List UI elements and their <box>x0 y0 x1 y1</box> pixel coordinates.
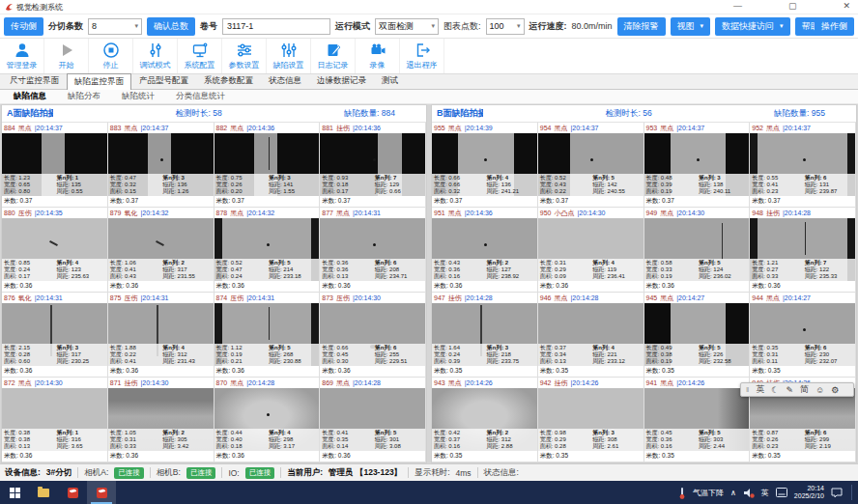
main-tab[interactable]: 缺陷监控界面 <box>67 73 131 90</box>
ime-grip[interactable]: ‖ <box>746 385 749 394</box>
volume-icon[interactable] <box>743 488 755 498</box>
toolbar-button[interactable]: 缺陷设置 <box>267 39 311 73</box>
sub-tab[interactable]: 缺陷统计 <box>122 91 155 102</box>
defect-time: |20:14:36 <box>465 210 493 216</box>
ime-simplified-toggle[interactable]: 简 <box>800 383 809 396</box>
toolbar-button[interactable]: 停止 <box>89 39 133 73</box>
defect-cell[interactable]: 884 黑点 |20:14:37 长度: 1.23 宽度: 0.65 面积: 0… <box>2 123 108 208</box>
clock[interactable]: 20:14 2025/2/10 <box>794 485 824 500</box>
defect-cell[interactable]: 943 黑点 |20:14:26 长度: 0.42 宽度: 0.37 面积: 0… <box>432 378 538 462</box>
quick-access-menu-button[interactable]: 数据快捷访问▾ <box>715 17 790 36</box>
ime-pen-icon[interactable]: ✎ <box>786 385 793 395</box>
defect-cell[interactable]: 953 黑点 |20:14:37 长度: 0.48 宽度: 0.39 面积: 0… <box>644 123 751 208</box>
main-tab[interactable]: 测试 <box>374 72 406 89</box>
defect-cell[interactable]: 881 挂伤 |20:14:36 长度: 0.93 宽度: 0.18 面积: 0… <box>320 123 426 208</box>
defect-meter: 米数: 0.36 <box>432 281 537 292</box>
defect-cell[interactable]: 877 黑点 |20:14:31 长度: 0.36 宽度: 0.36 面积: 0… <box>320 208 426 293</box>
slit-count-select[interactable]: 8▾ <box>88 18 142 35</box>
defect-circumference: 周距: 231.55 <box>162 273 211 280</box>
defect-cell[interactable]: 947 挂伤 |20:14:28 长度: 1.64 宽度: 0.24 面积: 0… <box>432 293 538 378</box>
minimize-button[interactable]: — <box>733 1 742 11</box>
defect-area: 面积: 0.32 <box>434 188 486 195</box>
weather-text[interactable]: 气温下降 <box>693 488 724 498</box>
defect-cell[interactable]: 946 黑点 |20:14:28 长度: 0.37 宽度: 0.34 面积: 0… <box>538 293 644 378</box>
defect-cell[interactable]: 944 黑点 |20:14:27 长度: 0.35 宽度: 0.31 面积: 0… <box>750 293 856 378</box>
main-tab[interactable]: 状态信息 <box>261 72 309 89</box>
defect-cell[interactable]: 880 压伤 |20:14:35 长度: 0.85 宽度: 0.24 面积: 0… <box>2 208 108 293</box>
defect-cell[interactable]: 951 黑点 |20:14:36 长度: 0.43 宽度: 0.36 面积: 0… <box>432 208 538 293</box>
defect-cell[interactable]: 874 压伤 |20:14:31 长度: 1.12 宽度: 0.19 面积: 0… <box>214 293 321 378</box>
toolbar-button[interactable]: 参数设置 <box>222 39 267 73</box>
defect-cell[interactable]: 948 挂伤 |20:14:28 长度: 1.21 宽度: 0.27 面积: 0… <box>750 208 856 293</box>
defect-area: 面积: 0.33 <box>110 443 162 450</box>
language-indicator[interactable]: 英 <box>761 488 769 498</box>
clear-alarm-button[interactable]: 清除报警 <box>617 17 666 36</box>
sub-tab[interactable]: 缺陷分布 <box>68 91 100 102</box>
defect-time: |20:14:28 <box>783 210 811 216</box>
toolbar-button[interactable]: 系统配置 <box>178 39 222 73</box>
drive-side-button[interactable]: 传动侧 <box>4 17 43 36</box>
view-menu-button[interactable]: 视图▾ <box>671 17 711 36</box>
defect-thumbnail: 长度: 0.87 宽度: 0.26 面积: 0.23 第n列: 6 辊距: 29… <box>750 388 855 451</box>
defect-cell[interactable]: 955 黑点 |20:14:39 长度: 0.66 宽度: 0.66 面积: 0… <box>432 123 538 208</box>
defect-cell[interactable]: 949 黑点 |20:14:30 长度: 0.58 宽度: 0.33 面积: 0… <box>644 208 751 293</box>
chevron-down-icon: ▾ <box>701 22 704 30</box>
defect-info-overlay: 长度: 1.88 宽度: 0.22 面积: 0.41 第n列: 4 辊距: 31… <box>108 344 214 366</box>
defect-cell[interactable]: 942 挂伤 |20:14:26 长度: 0.98 宽度: 0.29 面积: 0… <box>538 378 644 462</box>
defect-cell[interactable]: 952 黑点 |20:14:37 长度: 0.55 宽度: 0.41 面积: 0… <box>750 123 856 208</box>
main-tab[interactable]: 系统参数配置 <box>196 72 261 89</box>
running-app-button[interactable] <box>87 481 116 504</box>
notification-center-icon[interactable] <box>831 488 843 498</box>
defect-cell[interactable]: 879 氧化 |20:14:32 长度: 1.06 宽度: 0.41 面积: 0… <box>108 208 214 293</box>
chart-points-select[interactable]: 100▾ <box>486 18 525 35</box>
main-tab[interactable]: 产品型号配置 <box>131 72 196 89</box>
ime-fullhalf-icon[interactable]: ☾ <box>771 385 779 395</box>
ime-settings-icon[interactable]: ⚙ <box>831 385 839 395</box>
toolbar-button[interactable]: 录像 <box>356 39 400 73</box>
defect-cell[interactable]: 875 压伤 |20:14:31 长度: 1.88 宽度: 0.22 面积: 0… <box>108 293 214 378</box>
defect-cell[interactable]: 882 黑点 |20:14:36 长度: 0.75 宽度: 0.26 面积: 0… <box>214 123 321 208</box>
defect-cell[interactable]: 950 小凸点 |20:14:30 长度: 0.31 宽度: 0.29 面积: … <box>538 208 644 293</box>
maximize-button[interactable]: ▢ <box>788 1 797 11</box>
defect-cell[interactable]: 876 氧化 |20:14:31 长度: 2.15 宽度: 0.28 面积: 0… <box>2 293 108 378</box>
defect-cell[interactable]: 945 黑点 |20:14:27 长度: 0.49 宽度: 0.38 面积: 0… <box>644 293 751 378</box>
defect-info-overlay: 长度: 0.55 宽度: 0.41 面积: 0.23 第n列: 6 辊距: 13… <box>750 174 855 196</box>
defect-roll-distance: 辊距: 221 <box>592 351 641 358</box>
defect-cell[interactable]: 869 黑点 |20:14:28 长度: 0.41 宽度: 0.35 面积: 0… <box>320 378 426 462</box>
confirm-total-button[interactable]: 确认总数 <box>147 17 195 36</box>
ime-lang-toggle[interactable]: 英 <box>756 383 764 396</box>
close-button[interactable]: ✕ <box>843 1 850 11</box>
toolbar-button[interactable]: 日志记录 <box>311 39 356 73</box>
ime-emoji-icon[interactable]: ☺ <box>815 385 824 395</box>
main-tab[interactable]: 边缘数据记录 <box>309 72 374 89</box>
sub-tab[interactable]: 分类信息统计 <box>176 91 225 102</box>
ime-keyboard-icon[interactable] <box>776 488 787 497</box>
defect-area: 面积: 0.23 <box>752 188 804 195</box>
roll-number-input[interactable]: 3117-1 <box>222 18 330 35</box>
defect-cell[interactable]: 870 黑点 |20:14:28 长度: 0.44 宽度: 0.40 面积: 0… <box>214 378 321 462</box>
start-run-button[interactable]: 开始 <box>44 39 89 73</box>
defect-cell[interactable]: 954 黑点 |20:14:37 长度: 0.52 宽度: 0.43 面积: 0… <box>538 123 644 208</box>
app-shortcut-button[interactable] <box>58 481 87 504</box>
main-tab[interactable]: 尺寸监控界面 <box>2 72 67 89</box>
defect-cell[interactable]: 871 挂伤 |20:14:30 长度: 1.05 宽度: 0.31 面积: 0… <box>108 378 214 462</box>
defect-cell[interactable]: 878 黑点 |20:14:32 长度: 0.52 宽度: 0.47 面积: 0… <box>214 208 321 293</box>
show-desktop-button[interactable] <box>851 485 852 500</box>
toolbar-button[interactable]: 管理登录 <box>0 39 44 73</box>
run-mode-select[interactable]: 双面检测▾ <box>375 18 439 35</box>
defect-cell[interactable]: 873 压伤 |20:14:30 长度: 0.66 宽度: 0.45 面积: 0… <box>320 293 426 378</box>
hidden-icons-chevron[interactable]: ∧ <box>730 489 736 497</box>
defect-cell[interactable]: 883 黑点 |20:14:37 长度: 0.47 宽度: 0.32 面积: 0… <box>108 123 214 208</box>
start-button[interactable] <box>0 481 29 504</box>
toolbar-button-label: 参数设置 <box>229 60 260 70</box>
toolbar-button[interactable]: 退出程序 <box>400 39 444 73</box>
sub-tab[interactable]: 缺陷信息 <box>14 91 46 102</box>
defect-cell[interactable]: 941 黑点 |20:14:26 长度: 0.45 宽度: 0.36 面积: 0… <box>644 378 751 462</box>
defect-meter: 米数: 0.36 <box>2 451 107 462</box>
defect-circumference: 周距: 3.65 <box>56 443 104 450</box>
ime-toolbar[interactable]: ‖ 英☾✎简☺⚙ <box>740 382 854 397</box>
defect-cell[interactable]: 872 黑点 |20:14:30 长度: 0.38 宽度: 0.38 面积: 0… <box>2 378 108 462</box>
file-explorer-button[interactable] <box>29 481 58 504</box>
operator-side-button[interactable]: 操作侧 <box>815 17 854 36</box>
toolbar-button[interactable]: 调试模式 <box>133 39 178 73</box>
